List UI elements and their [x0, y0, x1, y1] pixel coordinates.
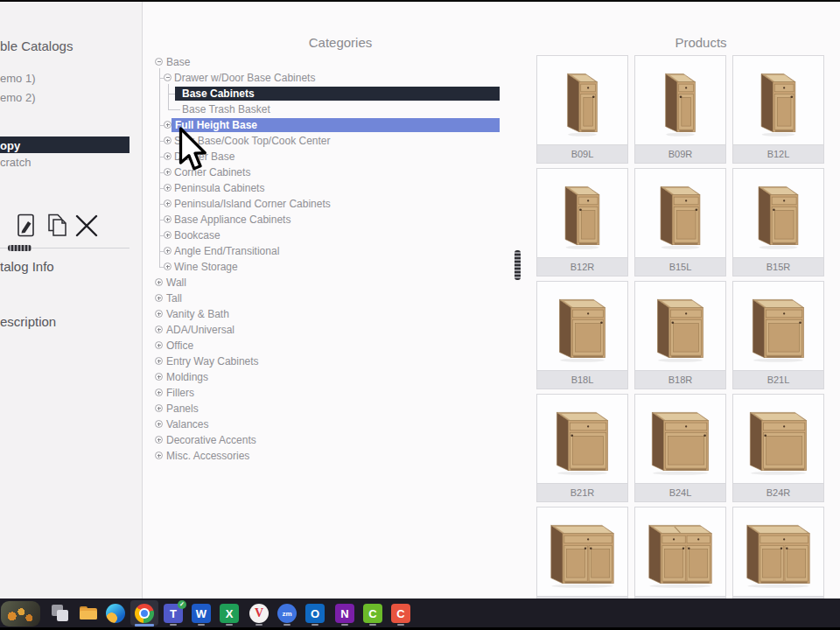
- product-card[interactable]: B24R: [732, 394, 824, 502]
- camtasia-red-icon[interactable]: C: [391, 604, 410, 623]
- product-label: B15L: [635, 257, 725, 276]
- product-card[interactable]: B21R: [536, 394, 628, 502]
- product-label: B09R: [635, 144, 725, 163]
- running-app-underline: [226, 624, 233, 626]
- product-label: B12L: [733, 144, 823, 163]
- running-app-underline: [170, 624, 177, 626]
- onenote-icon[interactable]: N: [335, 604, 354, 623]
- outlook-icon[interactable]: O: [305, 604, 325, 623]
- product-card[interactable]: B15L: [634, 168, 726, 276]
- cabinet-thumbnail: [537, 169, 627, 258]
- product-card[interactable]: B09L: [536, 55, 628, 164]
- mouse-cursor-icon: [177, 127, 208, 176]
- product-label: B15R: [733, 257, 823, 276]
- product-label: B21R: [537, 483, 627, 501]
- cabinet-thumbnail: [537, 282, 627, 371]
- task-view-icon[interactable]: [51, 604, 70, 623]
- product-label: B18L: [537, 370, 627, 388]
- cabinet-thumbnail: [537, 508, 627, 597]
- taskbar: [0, 598, 840, 627]
- red-v-app-icon[interactable]: V: [249, 604, 269, 623]
- camtasia-green-icon[interactable]: C: [363, 604, 382, 623]
- excel-icon[interactable]: X: [220, 604, 239, 623]
- product-card[interactable]: B09R: [634, 55, 726, 164]
- product-label: B21L: [733, 370, 823, 388]
- running-app-underline: [312, 624, 318, 626]
- running-app-underline: [256, 624, 262, 626]
- cabinet-thumbnail: [733, 282, 823, 371]
- running-app-underline: [341, 624, 348, 626]
- product-grid: B09LB09RB12LB12RB15LB15RB18LB18RB21LB21R…: [0, 0, 840, 630]
- running-app-underline: [284, 624, 290, 626]
- active-app-underline: [135, 624, 154, 626]
- product-card[interactable]: B15R: [732, 168, 824, 276]
- cabinet-thumbnail: [635, 508, 725, 597]
- cabinet-thumbnail: [635, 282, 725, 371]
- product-card[interactable]: B18R: [634, 281, 726, 389]
- edge-browser-icon[interactable]: [106, 604, 125, 623]
- running-app-underline: [397, 624, 404, 626]
- product-card[interactable]: B12R: [536, 168, 628, 276]
- cabinet-thumbnail: [635, 56, 725, 145]
- news-widget-thumbnail[interactable]: [1, 601, 40, 626]
- cabinet-thumbnail: [733, 395, 823, 484]
- product-card[interactable]: B18L: [536, 281, 628, 389]
- product-card[interactable]: B12L: [732, 55, 824, 164]
- product-label: B18R: [635, 370, 725, 388]
- cabinet-thumbnail: [635, 169, 725, 258]
- product-label: B24L: [635, 483, 725, 501]
- running-app-underline: [369, 624, 376, 626]
- cabinet-thumbnail: [733, 56, 823, 145]
- product-label: B12R: [537, 257, 627, 276]
- product-label: B09L: [537, 144, 627, 163]
- word-icon[interactable]: W: [192, 604, 211, 623]
- product-label: B24R: [733, 483, 823, 501]
- cabinet-thumbnail: [537, 56, 627, 145]
- cabinet-thumbnail: [733, 169, 823, 258]
- cabinet-thumbnail: [635, 395, 725, 484]
- running-app-underline: [198, 624, 205, 626]
- cabinet-thumbnail: [537, 395, 627, 484]
- teams-icon[interactable]: T✓: [164, 604, 183, 623]
- chrome-icon[interactable]: [135, 604, 154, 623]
- file-explorer-icon[interactable]: [79, 604, 98, 623]
- cabinet-thumbnail: [733, 508, 823, 597]
- zoom-icon[interactable]: zm: [277, 604, 297, 623]
- product-card[interactable]: B24L: [634, 394, 726, 502]
- product-card[interactable]: B21L: [732, 281, 824, 389]
